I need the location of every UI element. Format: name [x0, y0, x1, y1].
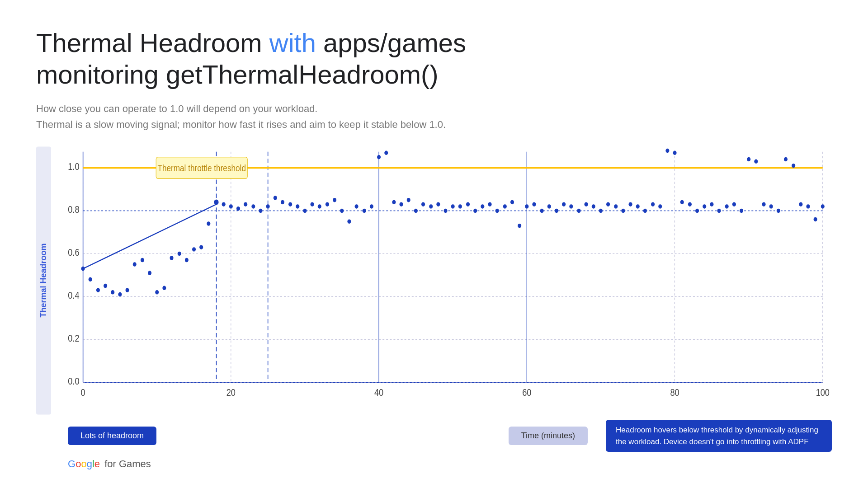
svg-point-32 [170, 256, 174, 260]
svg-point-93 [621, 208, 625, 212]
svg-point-33 [178, 251, 181, 255]
svg-point-88 [585, 202, 588, 206]
svg-point-110 [747, 157, 750, 161]
svg-text:0.4: 0.4 [68, 290, 79, 300]
svg-point-22 [96, 288, 100, 292]
svg-point-116 [792, 164, 795, 168]
svg-text:0.6: 0.6 [68, 247, 79, 258]
svg-point-115 [784, 157, 788, 161]
svg-point-39 [222, 202, 226, 206]
svg-point-99 [665, 148, 669, 152]
y-axis-label: Thermal Headroom [36, 146, 51, 414]
svg-point-105 [710, 202, 713, 206]
svg-point-34 [185, 258, 189, 262]
chart-inner: Thermal throttle threshold [56, 146, 832, 414]
svg-point-69 [444, 208, 448, 212]
svg-point-20 [81, 266, 85, 270]
svg-point-42 [244, 202, 247, 206]
svg-point-53 [326, 202, 329, 206]
svg-point-77 [503, 204, 507, 208]
svg-point-47 [281, 200, 284, 204]
svg-point-94 [629, 202, 632, 206]
svg-point-97 [651, 202, 655, 206]
svg-point-66 [421, 202, 425, 206]
svg-point-112 [762, 202, 765, 206]
svg-point-100 [673, 150, 677, 155]
svg-point-64 [407, 198, 410, 202]
svg-point-57 [355, 204, 359, 208]
title-part1: Thermal Headroom [36, 28, 269, 57]
svg-text:0.0: 0.0 [68, 375, 79, 386]
svg-point-70 [451, 204, 455, 208]
svg-point-26 [126, 288, 129, 292]
svg-point-79 [518, 223, 521, 227]
bottom-labels: Lots of headroom Time (minutes) Headroom… [36, 420, 832, 452]
svg-point-30 [155, 290, 159, 294]
svg-point-62 [392, 200, 396, 204]
svg-point-50 [303, 208, 307, 212]
svg-point-56 [347, 219, 351, 223]
subtitle-line1: How close you can operate to 1.0 will de… [36, 101, 832, 117]
svg-point-85 [562, 202, 566, 206]
svg-point-114 [777, 208, 780, 212]
svg-text:0.8: 0.8 [68, 204, 79, 215]
svg-point-61 [384, 150, 388, 155]
svg-point-28 [141, 258, 144, 262]
svg-point-68 [436, 202, 440, 206]
svg-point-111 [754, 159, 758, 163]
svg-point-83 [547, 204, 551, 208]
svg-point-27 [133, 262, 137, 266]
svg-point-65 [414, 208, 418, 212]
svg-point-118 [806, 204, 810, 208]
subtitle-line2: Thermal is a slow moving signal; monitor… [36, 117, 832, 132]
svg-point-55 [340, 208, 344, 212]
svg-point-90 [599, 208, 603, 212]
title-part2: apps/games [316, 28, 466, 57]
svg-point-107 [725, 204, 729, 208]
svg-point-96 [643, 208, 647, 212]
svg-text:0.2: 0.2 [68, 333, 79, 343]
svg-text:1.0: 1.0 [68, 161, 79, 172]
svg-point-36 [199, 245, 203, 249]
svg-point-51 [311, 202, 314, 206]
adpf-label: Headroom hovers below threshold by dynam… [606, 420, 832, 452]
svg-point-120 [821, 204, 825, 208]
svg-point-35 [192, 247, 196, 251]
svg-point-98 [658, 204, 662, 208]
svg-text:20: 20 [226, 387, 236, 398]
svg-point-82 [540, 208, 544, 212]
svg-point-87 [577, 208, 580, 212]
svg-point-67 [429, 204, 433, 208]
svg-point-81 [532, 202, 536, 206]
svg-point-43 [251, 204, 255, 208]
svg-point-84 [555, 208, 558, 212]
svg-point-101 [680, 200, 684, 204]
svg-point-54 [333, 198, 336, 202]
svg-point-60 [377, 155, 381, 159]
chart-svg: Thermal throttle threshold [56, 146, 832, 414]
svg-point-95 [636, 204, 640, 208]
svg-point-113 [769, 204, 773, 208]
svg-text:40: 40 [374, 387, 383, 398]
svg-point-104 [703, 204, 706, 208]
svg-point-92 [614, 204, 618, 208]
svg-point-109 [740, 208, 743, 212]
svg-point-48 [288, 202, 292, 206]
svg-point-24 [111, 290, 114, 294]
title-line2: monitoring getThermalHeadroom() [36, 60, 439, 89]
x-axis-label: Time (minutes) [509, 427, 588, 445]
svg-point-38 [214, 199, 218, 205]
page-title: Thermal Headroom with apps/games monitor… [36, 27, 832, 90]
svg-point-119 [814, 217, 817, 221]
svg-point-76 [495, 208, 499, 212]
svg-point-78 [510, 200, 514, 204]
svg-text:60: 60 [522, 387, 531, 398]
svg-point-59 [370, 204, 373, 208]
svg-point-91 [606, 202, 610, 206]
svg-point-86 [569, 204, 573, 208]
svg-point-23 [104, 283, 107, 287]
svg-text:0: 0 [81, 387, 85, 398]
svg-point-40 [229, 204, 233, 208]
svg-point-46 [274, 196, 277, 200]
svg-point-75 [488, 202, 491, 206]
